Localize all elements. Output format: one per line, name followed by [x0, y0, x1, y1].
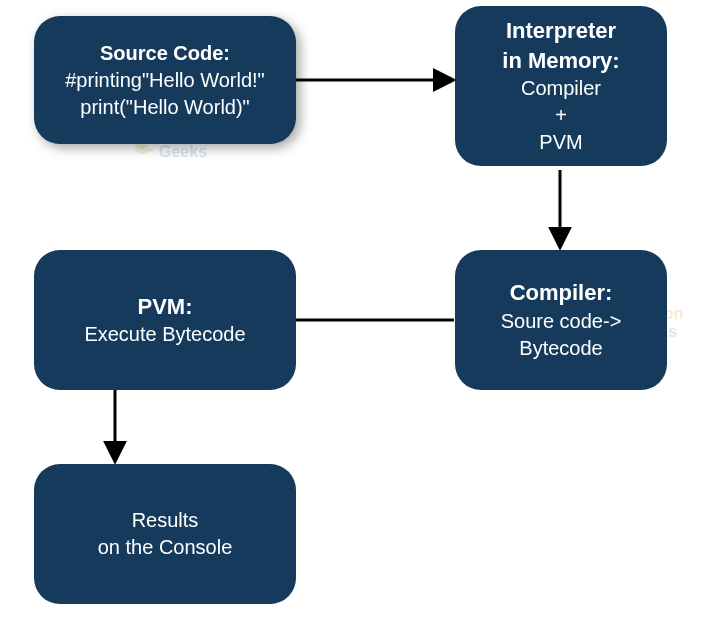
interpreter-line2: + — [555, 102, 567, 129]
pvm-line1: Execute Bytecode — [84, 321, 245, 348]
interpreter-line3: PVM — [539, 129, 582, 156]
results-line2: on the Console — [98, 534, 233, 561]
source-line1: #printing"Hello World!" — [65, 67, 264, 94]
compiler-line1: Soure code-> — [501, 308, 622, 335]
box-results: Results on the Console — [34, 464, 296, 604]
box-compiler: Compiler: Soure code-> Bytecode — [455, 250, 667, 390]
pvm-title: PVM: — [138, 292, 193, 322]
box-source-code: Source Code: #printing"Hello World!" pri… — [34, 16, 296, 144]
interpreter-title1: Interpreter — [506, 16, 616, 46]
box-pvm: PVM: Execute Bytecode — [34, 250, 296, 390]
watermark-brand-2: Geeks — [159, 143, 207, 160]
compiler-line2: Bytecode — [519, 335, 602, 362]
compiler-title: Compiler: — [510, 278, 613, 308]
interpreter-line1: Compiler — [521, 75, 601, 102]
results-line1: Results — [132, 507, 199, 534]
source-title: Source Code: — [100, 40, 230, 67]
source-line2: print("Hello World)" — [80, 94, 249, 121]
interpreter-title2: in Memory: — [502, 46, 619, 76]
box-interpreter: Interpreter in Memory: Compiler + PVM — [455, 6, 667, 166]
